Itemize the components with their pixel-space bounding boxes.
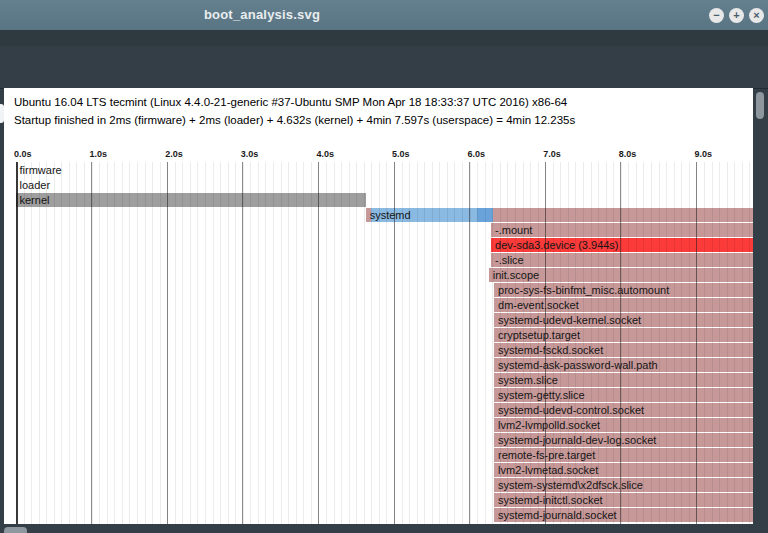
axis-tick-label: 0.0s <box>14 149 32 159</box>
major-gridline <box>167 162 168 524</box>
row-label: proc-sys-fs-binfmt_misc.automount <box>498 283 669 297</box>
row-label: -.mount <box>495 223 532 237</box>
row-label: systemd-udevd-control.socket <box>498 403 644 417</box>
row-label: system-systemd\x2dfsck.slice <box>498 478 643 492</box>
major-gridline <box>242 162 243 524</box>
axis-tick-label: 7.0s <box>543 149 561 159</box>
boot-header-line1: Ubuntu 16.04 LTS tecmint (Linux 4.4.0-21… <box>14 96 567 108</box>
row-label: system-getty.slice <box>498 388 585 402</box>
row-label: cryptsetup.target <box>498 328 580 342</box>
vertical-scrollbar-thumb[interactable] <box>756 92 764 119</box>
row-label: remote-fs-pre.target <box>498 448 595 462</box>
row-label: init.scope <box>493 268 539 282</box>
menu-strip <box>0 30 768 46</box>
row-label: dm-event.socket <box>498 298 579 312</box>
window-titlebar[interactable]: boot_analysis.svg − + × <box>0 0 768 31</box>
row-label: systemd-journald-dev-log.socket <box>498 433 656 447</box>
bar-segment <box>16 193 366 207</box>
boot-header-line2: Startup finished in 2ms (firmware) + 2ms… <box>14 114 575 126</box>
maximize-button[interactable]: + <box>729 8 744 23</box>
row-label: loader <box>20 178 51 192</box>
row-label: systemd-initctl.socket <box>498 493 603 507</box>
minimize-button[interactable]: − <box>709 8 724 23</box>
row-label: systemd <box>370 208 411 222</box>
row-label: firmware <box>20 163 62 177</box>
axis-tick-label: 4.0s <box>316 149 334 159</box>
major-gridline <box>16 162 18 524</box>
row-label: kernel <box>20 193 50 207</box>
row-label: dev-sda3.device (3.944s) <box>495 238 619 252</box>
axis-tick-label: 5.0s <box>392 149 410 159</box>
row-label: systemd-fsckd.socket <box>498 343 603 357</box>
toolbar: − 1 ↺ ↻ <box>0 46 768 89</box>
axis-tick-label: 1.0s <box>90 149 108 159</box>
axis-tick-label: 3.0s <box>241 149 259 159</box>
axis-tick-label: 6.0s <box>468 149 486 159</box>
window-title: boot_analysis.svg <box>162 7 362 22</box>
major-gridline <box>318 162 319 524</box>
bar-segment <box>477 208 493 222</box>
row-label: systemd-udevd-kernel.socket <box>498 313 641 327</box>
axis-tick-label: 8.0s <box>619 149 637 159</box>
bar-segment <box>493 208 753 222</box>
image-viewport[interactable]: Ubuntu 16.04 LTS tecmint (Linux 4.4.0-21… <box>4 88 753 524</box>
row-label: system.slice <box>498 373 558 387</box>
horizontal-scrollbar-thumb[interactable] <box>4 527 27 533</box>
axis-tick-label: 2.0s <box>165 149 183 159</box>
row-label: -.slice <box>495 253 524 267</box>
row-label: lvm2-lvmetad.socket <box>498 463 598 477</box>
axis-tick-label: 9.0s <box>694 149 712 159</box>
row-label: lvm2-lvmpolld.socket <box>498 418 600 432</box>
close-button[interactable]: × <box>749 8 764 23</box>
bar-segment <box>491 253 753 267</box>
major-gridline <box>91 162 92 524</box>
row-label: systemd-journald.socket <box>498 508 617 522</box>
row-label: systemd-ask-password-wall.path <box>498 358 658 372</box>
